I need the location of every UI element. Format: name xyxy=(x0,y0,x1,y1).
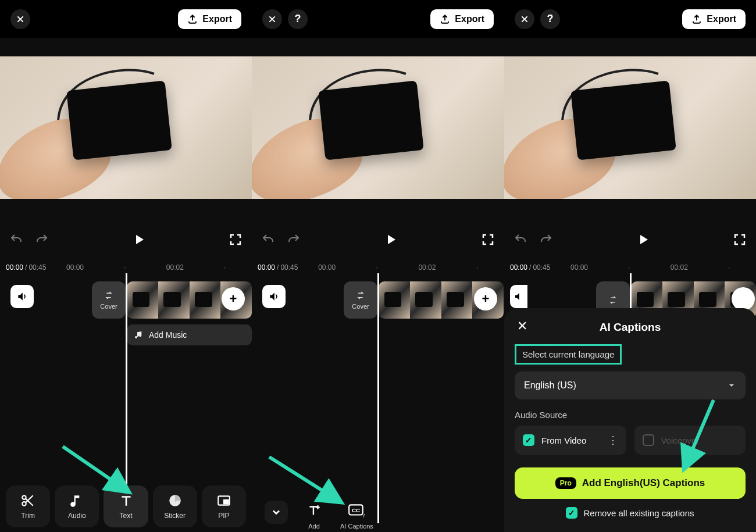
cover-button[interactable]: Cover xyxy=(344,281,377,319)
swap-icon xyxy=(355,290,366,301)
tick-label: 00:02 xyxy=(671,263,688,272)
collapse-button[interactable] xyxy=(265,501,288,524)
remove-label: Remove all existing captions xyxy=(583,508,694,518)
play-button[interactable] xyxy=(132,233,146,247)
tick-label: 00:02 xyxy=(166,263,184,272)
device-graphic xyxy=(570,80,676,160)
tool-sticker[interactable]: Sticker xyxy=(153,485,197,527)
option-label: Voiceover xyxy=(661,435,700,445)
playhead[interactable] xyxy=(377,273,379,523)
timeline[interactable]: Cover + xyxy=(252,278,504,365)
svg-text:CC: CC xyxy=(352,507,360,513)
swap-icon xyxy=(608,295,618,305)
video-preview[interactable] xyxy=(504,56,756,199)
language-dropdown[interactable]: English (US) xyxy=(515,372,746,399)
audio-voiceover-option[interactable]: Voiceover xyxy=(634,426,746,455)
help-button[interactable]: ? xyxy=(288,9,308,29)
ai-captions-sheet: ✕ AI Captions Select current language En… xyxy=(504,308,756,532)
tool-add-text[interactable]: Add xyxy=(304,501,324,530)
svg-point-0 xyxy=(22,495,26,499)
transport-controls xyxy=(504,220,756,259)
tool-pip[interactable]: PIP xyxy=(202,485,246,527)
pane-step-3: ? Export 00:00 / 00:45 00:00 · 00:02 · xyxy=(504,0,756,532)
add-captions-button[interactable]: Pro Add English(US) Captions xyxy=(515,467,746,499)
play-button[interactable] xyxy=(636,233,650,247)
sheet-title: AI Captions xyxy=(600,321,661,334)
top-bar: ? Export xyxy=(252,0,504,38)
export-button[interactable]: Export xyxy=(682,9,746,29)
device-graphic xyxy=(318,80,424,160)
fullscreen-button[interactable] xyxy=(229,233,243,247)
fullscreen-button[interactable] xyxy=(733,233,747,247)
more-button[interactable]: ⋮ xyxy=(608,434,618,447)
tick-label: 00:00 xyxy=(570,263,588,272)
undo-button[interactable] xyxy=(9,233,23,247)
timeline[interactable]: Cover + Add Music xyxy=(0,278,252,365)
current-time: 00:00 xyxy=(6,263,23,272)
add-clip-button[interactable] xyxy=(732,287,755,310)
close-button[interactable] xyxy=(262,9,282,29)
select-language-label: Select current language xyxy=(515,344,622,365)
clip-thumb xyxy=(441,281,473,319)
mute-button[interactable] xyxy=(10,285,34,308)
close-button[interactable] xyxy=(10,9,30,29)
cta-label: Add English(US) Captions xyxy=(582,477,705,489)
video-preview[interactable] xyxy=(0,56,252,199)
swap-icon xyxy=(104,290,114,301)
top-bar: Export xyxy=(0,0,252,38)
bottom-toolbar: Trim Audio Text Sticker PIP xyxy=(0,485,252,527)
svg-point-1 xyxy=(22,502,26,506)
option-label: From Video xyxy=(541,435,586,445)
speaker-icon xyxy=(513,291,524,302)
mute-button[interactable] xyxy=(510,285,527,308)
redo-button[interactable] xyxy=(539,233,553,247)
close-button[interactable] xyxy=(515,9,534,29)
export-label: Export xyxy=(707,14,736,24)
tick-label: 00:02 xyxy=(418,263,436,272)
video-preview[interactable] xyxy=(252,56,504,199)
undo-button[interactable] xyxy=(513,233,527,247)
tool-audio[interactable]: Audio xyxy=(55,485,99,527)
speaker-icon xyxy=(16,291,28,302)
help-button[interactable]: ? xyxy=(540,9,560,29)
tool-label: PIP xyxy=(218,512,229,520)
speaker-icon xyxy=(268,291,280,302)
svg-text:AI: AI xyxy=(363,513,365,518)
tool-label: Add xyxy=(308,523,320,530)
play-button[interactable] xyxy=(384,233,398,247)
tool-trim[interactable]: Trim xyxy=(6,485,50,527)
redo-button[interactable] xyxy=(35,233,49,247)
fullscreen-button[interactable] xyxy=(481,233,495,247)
export-button[interactable]: Export xyxy=(178,9,241,29)
audio-from-video-option[interactable]: ✓ From Video ⋮ xyxy=(515,426,626,455)
export-button[interactable]: Export xyxy=(430,9,494,29)
transport-controls xyxy=(0,220,252,259)
sheet-close-button[interactable]: ✕ xyxy=(517,319,527,334)
export-icon xyxy=(187,14,198,24)
remove-captions-toggle[interactable]: ✓ Remove all existing captions xyxy=(515,507,746,519)
top-bar: ? Export xyxy=(504,0,756,38)
add-music-label: Add Music xyxy=(149,330,187,340)
svg-line-5 xyxy=(63,447,128,491)
tool-ai-captions[interactable]: CCAI AI Captions xyxy=(340,501,373,530)
question-icon: ? xyxy=(547,13,554,25)
cover-button[interactable]: Cover xyxy=(92,281,126,319)
undo-button[interactable] xyxy=(261,233,275,247)
export-label: Export xyxy=(455,14,484,24)
checkbox-empty-icon xyxy=(643,434,654,446)
text-add-icon xyxy=(306,503,322,518)
scissors-icon xyxy=(20,493,35,508)
clip-thumb xyxy=(127,281,158,319)
pane-step-2: ? Export 00:00 / 00:45 00:00 · 00:02 · xyxy=(252,0,504,532)
text-icon xyxy=(119,493,134,508)
redo-button[interactable] xyxy=(287,233,301,247)
add-music-button[interactable]: Add Music xyxy=(127,324,252,345)
add-clip-button[interactable]: + xyxy=(222,287,245,310)
device-graphic xyxy=(66,80,172,160)
tick-label: 00:00 xyxy=(66,263,84,272)
add-clip-button[interactable]: + xyxy=(474,287,497,310)
mute-button[interactable] xyxy=(262,285,286,308)
tool-text[interactable]: Text xyxy=(104,485,148,527)
tool-label: Sticker xyxy=(164,512,186,520)
pro-badge: Pro xyxy=(555,477,576,489)
